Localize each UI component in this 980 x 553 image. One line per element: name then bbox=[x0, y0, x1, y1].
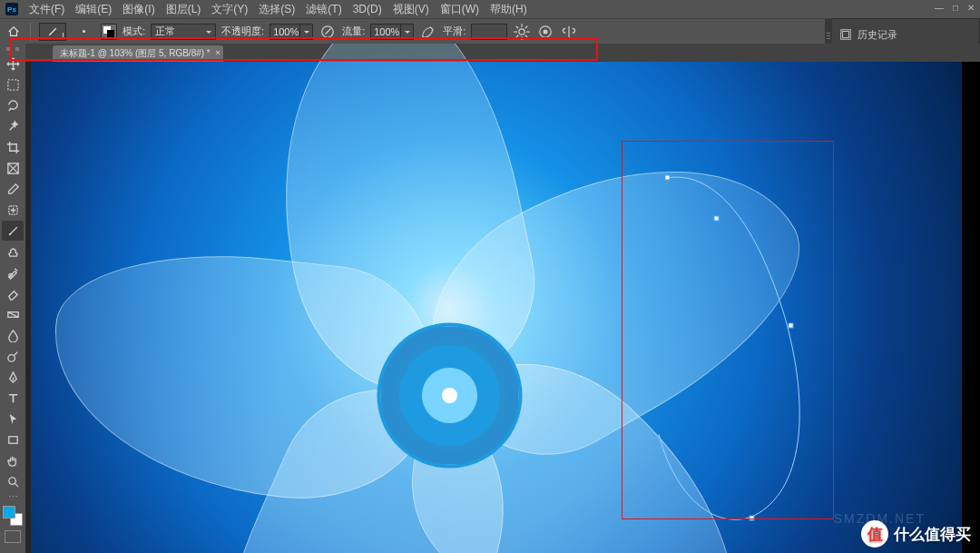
document-tab-title: 未标题-1 @ 103% (图层 5, RGB/8#) * bbox=[60, 47, 211, 60]
rectangle-tool[interactable] bbox=[2, 430, 24, 449]
brush-icon bbox=[47, 26, 58, 37]
quick-mask-toggle[interactable] bbox=[5, 530, 21, 543]
menu-bar: Ps 文件(F) 编辑(E) 图像(I) 图层(L) 文字(Y) 选择(S) 滤… bbox=[0, 0, 980, 18]
menu-select[interactable]: 选择(S) bbox=[259, 2, 295, 17]
flow-input[interactable]: 100% bbox=[370, 24, 401, 40]
svg-rect-6 bbox=[7, 79, 17, 89]
opacity-pressure-icon[interactable] bbox=[318, 23, 337, 41]
zoom-tool[interactable] bbox=[2, 471, 24, 491]
history-brush-tool[interactable] bbox=[2, 262, 24, 282]
type-tool[interactable] bbox=[2, 388, 24, 408]
svg-point-13 bbox=[8, 477, 15, 484]
crop-tool[interactable] bbox=[2, 137, 24, 157]
clone-stamp-tool[interactable] bbox=[2, 242, 24, 262]
path-select-tool[interactable] bbox=[2, 409, 24, 429]
canvas-area[interactable]: 未标题-1 @ 103% (图层 5, RGB/8#) * × bbox=[25, 44, 980, 553]
window-maximize-icon[interactable]: □ bbox=[953, 3, 958, 13]
home-icon bbox=[7, 25, 20, 38]
lasso-tool[interactable] bbox=[2, 95, 24, 115]
history-icon bbox=[839, 28, 852, 41]
menu-filter[interactable]: 滤镜(T) bbox=[306, 2, 341, 17]
marquee-tool[interactable] bbox=[2, 74, 24, 94]
flow-label: 流量: bbox=[342, 25, 365, 38]
brush-tool[interactable] bbox=[2, 221, 24, 241]
toolbar-more[interactable]: ⋯ bbox=[2, 492, 24, 501]
opacity-label: 不透明度: bbox=[221, 25, 264, 38]
window-close-icon[interactable]: ✕ bbox=[967, 3, 975, 13]
svg-rect-12 bbox=[8, 436, 16, 443]
flow-dropdown[interactable] bbox=[401, 24, 414, 40]
size-pressure-icon[interactable] bbox=[536, 23, 554, 41]
foreground-color-swatch[interactable] bbox=[3, 506, 15, 518]
toolbar-grip[interactable] bbox=[6, 47, 19, 51]
menu-help[interactable]: 帮助(H) bbox=[490, 2, 527, 17]
svg-point-3 bbox=[544, 29, 548, 34]
brush-preset-picker[interactable] bbox=[72, 23, 95, 41]
move-tool[interactable] bbox=[2, 54, 24, 74]
menu-edit[interactable]: 编辑(E) bbox=[75, 2, 112, 17]
menu-image[interactable]: 图像(I) bbox=[122, 2, 154, 17]
brush-panel-toggle[interactable] bbox=[101, 24, 117, 40]
canvas-pasteboard bbox=[962, 62, 980, 553]
document-tabs: 未标题-1 @ 103% (图层 5, RGB/8#) * × bbox=[25, 44, 980, 62]
svg-rect-5 bbox=[843, 32, 849, 38]
history-panel-label: 历史记录 bbox=[858, 28, 897, 42]
document-tab[interactable]: 未标题-1 @ 103% (图层 5, RGB/8#) * × bbox=[53, 45, 223, 62]
menu-file[interactable]: 文件(F) bbox=[29, 2, 64, 17]
canvas[interactable] bbox=[31, 62, 962, 553]
eyedropper-tool[interactable] bbox=[2, 179, 24, 199]
opacity-dropdown[interactable] bbox=[300, 24, 313, 40]
dodge-tool[interactable] bbox=[2, 346, 24, 366]
tool-preset-picker[interactable] bbox=[39, 23, 66, 41]
smooth-settings-icon[interactable] bbox=[513, 23, 531, 41]
fan-hub bbox=[377, 323, 523, 469]
spot-heal-tool[interactable] bbox=[2, 200, 24, 220]
butterfly-icon bbox=[560, 23, 578, 41]
eraser-tool[interactable] bbox=[2, 283, 24, 303]
home-button[interactable] bbox=[5, 24, 22, 40]
gradient-tool[interactable] bbox=[2, 304, 24, 324]
svg-point-11 bbox=[7, 354, 15, 361]
watermark-text: 什么值得买 bbox=[894, 524, 971, 545]
color-picker[interactable] bbox=[3, 506, 23, 526]
opacity-input[interactable]: 100% bbox=[270, 24, 300, 40]
menu-3d[interactable]: 3D(D) bbox=[353, 3, 382, 15]
magic-wand-tool[interactable] bbox=[2, 116, 24, 136]
menu-type[interactable]: 文字(Y) bbox=[211, 2, 248, 17]
hand-tool[interactable] bbox=[2, 450, 24, 470]
pen-tool[interactable] bbox=[2, 367, 24, 387]
smooth-input[interactable] bbox=[471, 24, 507, 40]
app-logo: Ps bbox=[5, 3, 18, 15]
symmetry-icon[interactable] bbox=[560, 23, 578, 41]
mode-label: 模式: bbox=[122, 25, 145, 38]
blend-mode-select[interactable]: 正常 bbox=[151, 24, 216, 40]
tools-panel: ⋯ bbox=[0, 44, 25, 553]
close-tab-icon[interactable]: × bbox=[216, 48, 220, 57]
watermark-badge-icon: 值 bbox=[861, 520, 888, 548]
window-minimize-icon[interactable]: — bbox=[935, 3, 944, 13]
frame-tool[interactable] bbox=[2, 158, 24, 178]
menu-view[interactable]: 视图(V) bbox=[393, 2, 429, 17]
airbrush-icon[interactable] bbox=[419, 23, 437, 41]
gear-icon bbox=[513, 23, 531, 41]
menu-layer[interactable]: 图层(L) bbox=[166, 2, 201, 17]
svg-point-1 bbox=[519, 28, 524, 34]
smooth-label: 平滑: bbox=[443, 25, 466, 38]
watermark: 值 什么值得买 bbox=[861, 520, 971, 548]
blur-tool[interactable] bbox=[2, 325, 24, 345]
menu-window[interactable]: 窗口(W) bbox=[440, 2, 479, 17]
